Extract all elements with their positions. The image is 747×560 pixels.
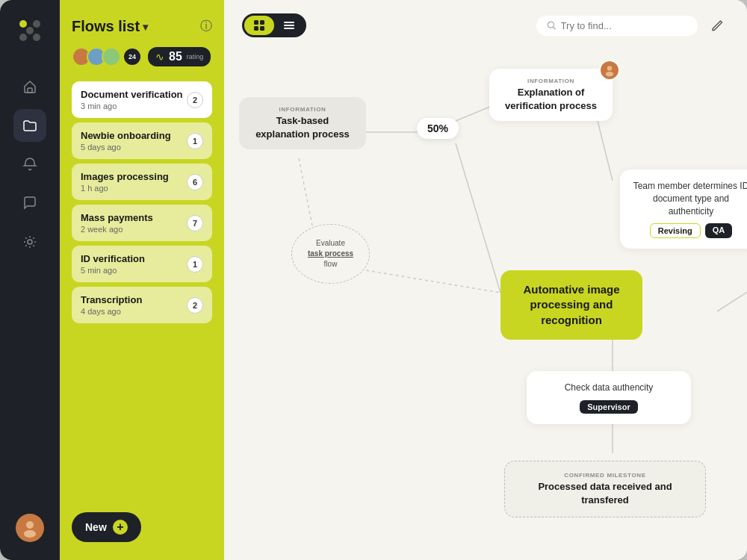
toolbar-right xyxy=(536,13,729,37)
avatar-3 xyxy=(102,47,121,66)
node-check-body: Check data authencity xyxy=(539,382,679,394)
user-avatar[interactable] xyxy=(16,514,44,542)
flows-meta: 24 ∿ 85 rating xyxy=(72,47,212,66)
nav-item-bell[interactable] xyxy=(13,148,46,181)
node-auto-title: Automative image processing and recognit… xyxy=(512,282,630,328)
svg-rect-10 xyxy=(260,20,264,25)
rating-value: 85 xyxy=(169,50,182,63)
svg-point-6 xyxy=(28,240,32,244)
flow-item-name-1: Newbie onboarding xyxy=(81,130,171,141)
info-icon[interactable]: ⓘ xyxy=(200,19,212,34)
avatar-group: 24 xyxy=(72,47,140,66)
flows-header: Flows list ▾ ⓘ xyxy=(72,18,212,35)
eval-node: Evaluatetask processflow xyxy=(291,224,370,284)
nav-item-home[interactable] xyxy=(13,70,46,103)
new-button-label: New xyxy=(85,521,107,533)
svg-point-3 xyxy=(33,34,40,41)
svg-line-19 xyxy=(456,143,500,293)
nav-item-folder[interactable] xyxy=(13,109,46,142)
flow-item-3[interactable]: Mass payments 2 week ago 7 xyxy=(72,205,212,241)
node-explanation-avatar xyxy=(599,60,620,81)
svg-point-1 xyxy=(33,20,40,28)
svg-point-2 xyxy=(19,34,27,41)
flow-item-name-4: ID verification xyxy=(81,253,145,264)
flow-item-2[interactable]: Images processing 1 h ago 6 xyxy=(72,164,212,200)
flow-item-badge-3: 7 xyxy=(187,215,203,231)
flow-item-info-5: Transcription 4 days ago xyxy=(81,294,142,316)
nav-item-settings[interactable] xyxy=(13,225,46,258)
svg-rect-11 xyxy=(254,26,258,31)
tag-supervisor: Supervisor xyxy=(580,400,637,414)
svg-rect-13 xyxy=(284,22,294,23)
search-input[interactable] xyxy=(561,20,687,31)
node-auto-image: Automative image processing and recognit… xyxy=(500,270,642,340)
node-check-data: Check data authencity Supervisor xyxy=(527,371,691,424)
app-container: Flows list ▾ ⓘ 24 ∿ 85 rating Document v… xyxy=(0,0,747,560)
node-milestone: CONFIRMED MILESTONE Processed data recei… xyxy=(504,461,706,517)
flow-item-info-2: Images processing 1 h ago xyxy=(81,171,169,193)
pulse-icon: ∿ xyxy=(155,51,164,63)
percent-label: 50% xyxy=(427,122,448,134)
svg-line-22 xyxy=(366,270,500,293)
search-icon xyxy=(547,20,557,31)
rating-badge: ∿ 85 rating xyxy=(148,47,211,66)
new-flow-button[interactable]: New + xyxy=(72,512,141,542)
plus-icon: + xyxy=(113,520,128,535)
node-team-body: Team member determines ID document type … xyxy=(632,180,747,217)
node-milestone-title: Processed data received and transfered xyxy=(518,480,692,506)
flow-item-info-0: Document verification 3 min ago xyxy=(81,89,183,111)
flow-item-badge-0: 2 xyxy=(187,92,203,108)
flows-title-text: Flows list xyxy=(72,18,140,35)
flow-item-time-4: 5 min ago xyxy=(81,266,145,275)
flow-item-badge-4: 1 xyxy=(187,256,203,273)
flow-item-badge-2: 6 xyxy=(187,174,203,190)
search-box[interactable] xyxy=(536,16,698,36)
flow-item-5[interactable]: Transcription 4 days ago 2 xyxy=(72,287,212,323)
flow-item-name-2: Images processing xyxy=(81,171,169,182)
svg-line-20 xyxy=(598,121,613,181)
flow-item-1[interactable]: Newbie onboarding 5 days ago 1 xyxy=(72,122,212,159)
svg-point-27 xyxy=(607,66,612,70)
tag-qa: QA xyxy=(705,223,733,238)
flows-panel: Flows list ▾ ⓘ 24 ∿ 85 rating Document v… xyxy=(60,0,224,560)
svg-line-21 xyxy=(299,158,314,233)
flow-item-time-3: 2 week ago xyxy=(81,225,153,234)
node-explanation: INFORMATION Explanation of verification … xyxy=(489,69,613,121)
view-grid-button[interactable] xyxy=(244,16,274,35)
svg-point-8 xyxy=(24,530,36,538)
flow-item-time-2: 1 h ago xyxy=(81,184,169,193)
svg-point-0 xyxy=(19,20,27,28)
svg-rect-9 xyxy=(254,20,258,25)
svg-rect-12 xyxy=(260,26,264,31)
flow-item-4[interactable]: ID verification 5 min ago 1 xyxy=(72,246,212,282)
view-toggle xyxy=(242,13,306,37)
node-team-member: Team member determines ID document type … xyxy=(620,169,747,249)
node-milestone-label-top: CONFIRMED MILESTONE xyxy=(518,472,692,479)
flow-item-time-1: 5 days ago xyxy=(81,143,171,152)
flow-item-badge-1: 1 xyxy=(187,133,203,149)
node-task-title: Task-based explanation process xyxy=(251,114,354,140)
canvas-toolbar xyxy=(224,0,747,46)
view-list-button[interactable] xyxy=(274,16,304,35)
flow-item-0[interactable]: Document verification 3 min ago 2 xyxy=(72,81,212,118)
percent-bubble: 50% xyxy=(417,118,459,139)
flow-item-time-0: 3 min ago xyxy=(81,102,183,111)
flow-item-name-3: Mass payments xyxy=(81,212,153,223)
flow-item-time-5: 4 days ago xyxy=(81,307,142,316)
flow-diagram: INFORMATION Task-based explanation proce… xyxy=(224,46,747,560)
flow-item-badge-5: 2 xyxy=(187,297,203,314)
edit-icon-button[interactable] xyxy=(705,13,729,37)
node-explanation-title: Explanation of verification process xyxy=(501,86,601,112)
nav-sidebar xyxy=(0,0,60,560)
nav-items xyxy=(13,70,46,514)
node-check-tags: Supervisor xyxy=(539,400,679,414)
flow-item-name-0: Document verification xyxy=(81,89,183,100)
flow-item-info-3: Mass payments 2 week ago xyxy=(81,212,153,234)
node-task-label-top: INFORMATION xyxy=(251,106,354,113)
rating-label: rating xyxy=(187,53,204,61)
flows-title: Flows list ▾ xyxy=(72,18,148,35)
chevron-down-icon: ▾ xyxy=(143,21,148,33)
app-logo xyxy=(17,18,43,46)
nav-item-chat[interactable] xyxy=(13,187,46,220)
main-canvas: INFORMATION Task-based explanation proce… xyxy=(224,0,747,560)
